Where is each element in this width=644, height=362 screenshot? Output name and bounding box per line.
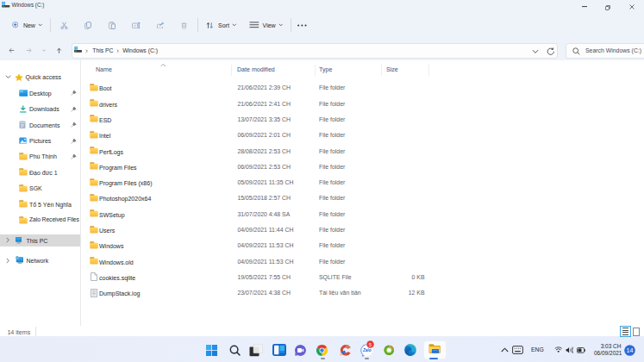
svg-text:Zalo: Zalo [361, 348, 371, 353]
svg-text:14: 14 [627, 347, 634, 353]
